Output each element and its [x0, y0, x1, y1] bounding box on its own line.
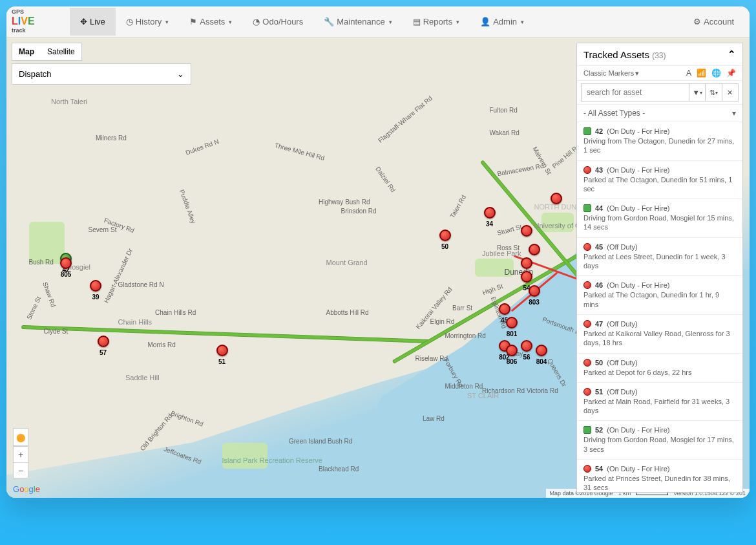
road-label: Green Island Bush Rd: [289, 438, 352, 445]
nav-admin[interactable]: 👤Admin▾: [470, 8, 534, 36]
status-dot-icon: [583, 243, 591, 251]
streetview-pegman[interactable]: ⬤: [13, 428, 28, 446]
nav-reports[interactable]: ▤Reports▾: [403, 8, 470, 36]
map-marker[interactable]: [506, 317, 518, 328]
map-marker[interactable]: [98, 336, 109, 347]
signal-icon[interactable]: 📶: [697, 69, 706, 78]
map-type-toggle: Map Satellite: [12, 43, 82, 61]
nav-account[interactable]: ⚙Account: [683, 8, 744, 36]
asset-id: 50: [595, 359, 603, 367]
marker-label: 57: [100, 349, 107, 356]
asset-id: 52: [595, 426, 603, 434]
asset-status: (Off Duty): [607, 243, 637, 251]
caret-icon: ▾: [732, 109, 736, 118]
panel-header[interactable]: Tracked Assets (33) ⌃: [577, 43, 742, 66]
marker-label: 39: [92, 294, 99, 301]
asset-id: 45: [595, 243, 603, 251]
park: [222, 443, 268, 469]
gear-icon: ⚙: [693, 17, 701, 27]
map-marker[interactable]: [60, 257, 72, 269]
asset-list[interactable]: 42(On Duty - For Hire)Driving from The O…: [577, 122, 742, 492]
asset-type-select[interactable]: - All Asset Types - ▾: [577, 105, 742, 122]
asset-status: (On Duty - For Hire): [607, 204, 669, 212]
marker-label: 34: [486, 220, 493, 228]
map-marker[interactable]: [521, 257, 532, 269]
marker-label: 806: [507, 358, 518, 365]
road-label: Ross St: [497, 244, 520, 251]
nav-assets[interactable]: ⚑Assets▾: [179, 8, 242, 36]
map-btn[interactable]: Map: [12, 43, 41, 60]
asset-status: (On Duty - For Hire): [607, 127, 669, 135]
nav-items: ✥Live ◷History▾ ⚑Assets▾ ◔Odo/Hours 🔧Mai…: [70, 8, 683, 36]
filter-button[interactable]: ▼▾: [689, 83, 706, 102]
asset-item[interactable]: 50(Off Duty)Parked at Depot for 6 days, …: [577, 354, 742, 383]
asset-id: 43: [595, 166, 603, 174]
road-label: Richardson Rd: [482, 387, 525, 394]
map-marker[interactable]: [499, 303, 510, 315]
park: [29, 222, 65, 264]
map-place: Island Park Recreation Reserve: [222, 456, 322, 464]
asset-detail: Driving from Gordon Road, Mosgiel for 15…: [583, 213, 736, 232]
road-icon[interactable]: A: [686, 69, 691, 78]
logo: GPS LIVE track: [12, 9, 70, 35]
marker-label: 805: [61, 271, 72, 278]
asset-item[interactable]: 47(Off Duty)Parked at Kaikorai Valley Ro…: [577, 315, 742, 354]
road-label: Gladstone Rd N: [118, 281, 164, 288]
map-marker[interactable]: [506, 345, 518, 356]
asset-item[interactable]: 54(On Duty - For Hire)Parked at Princes …: [577, 460, 742, 492]
road-label: Barr St: [452, 305, 472, 312]
panel-title: Tracked Assets: [583, 49, 649, 60]
markers-mode-select[interactable]: Classic Markers▾: [583, 69, 639, 78]
asset-detail: Parked at Lees Street, Dunedin for 1 wee…: [583, 252, 736, 271]
asset-status: (Off Duty): [607, 359, 637, 367]
status-dot-icon: [583, 388, 591, 396]
zoom-in-button[interactable]: +: [14, 447, 28, 462]
map-marker[interactable]: [521, 225, 532, 237]
map-place: North Taieri: [51, 98, 87, 105]
road-label: Milners Rd: [96, 134, 127, 142]
zoom-out-button[interactable]: −: [14, 462, 28, 478]
asset-item[interactable]: 46(On Duty - For Hire)Parked at The Octa…: [577, 276, 742, 315]
asset-item[interactable]: 43(On Duty - For Hire)Parked at The Octa…: [577, 161, 742, 200]
map-marker[interactable]: [484, 207, 496, 219]
asset-detail: Parked at Depot for 6 days, 22 hrs: [583, 368, 736, 377]
nav-maintenance[interactable]: 🔧Maintenance▾: [313, 8, 402, 36]
map-marker[interactable]: [536, 345, 547, 356]
map-marker[interactable]: [529, 244, 540, 255]
caret-icon: ▾: [229, 19, 232, 25]
map-marker[interactable]: [551, 193, 562, 204]
road-label: Abbotts Hill Rd: [326, 309, 369, 316]
asset-item[interactable]: 42(On Duty - For Hire)Driving from The O…: [577, 122, 742, 161]
asset-item[interactable]: 45(Off Duty)Parked at Lees Street, Duned…: [577, 238, 742, 277]
map-marker[interactable]: [521, 340, 532, 352]
asset-detail: Parked at Kaikorai Valley Road, Glenross…: [583, 329, 736, 348]
globe-icon[interactable]: 🌐: [711, 69, 721, 78]
user-icon: 👤: [480, 17, 490, 27]
nav-live[interactable]: ✥Live: [70, 8, 116, 36]
satellite-btn[interactable]: Satellite: [41, 43, 81, 60]
wrench-icon: 🔧: [324, 17, 334, 27]
nav-odo[interactable]: ◔Odo/Hours: [242, 8, 313, 36]
map-marker[interactable]: [90, 280, 101, 292]
map-marker[interactable]: [439, 230, 451, 241]
dispatch-select[interactable]: Dispatch ⌄: [12, 63, 191, 85]
nav-history[interactable]: ◷History▾: [116, 8, 179, 36]
flag-icon: ⚑: [189, 17, 197, 27]
road-label: Clyde St: [44, 328, 68, 335]
asset-status: (On Duty - For Hire): [607, 166, 669, 174]
pin-icon[interactable]: 📌: [726, 69, 736, 78]
asset-id: 44: [595, 204, 603, 212]
map-marker[interactable]: [216, 345, 228, 356]
clear-button[interactable]: ✕: [722, 83, 739, 102]
map-marker[interactable]: [529, 285, 540, 297]
asset-item[interactable]: 51(Off Duty)Parked at Main Road, Fairfie…: [577, 383, 742, 422]
asset-status: (Off Duty): [607, 320, 637, 328]
map-marker[interactable]: [521, 271, 532, 283]
asset-item[interactable]: 44(On Duty - For Hire)Driving from Gordo…: [577, 199, 742, 238]
asset-status: (Off Duty): [607, 388, 637, 396]
search-input[interactable]: [581, 83, 689, 102]
sort-button[interactable]: ⇅▾: [706, 83, 722, 102]
asset-status: (On Duty - For Hire): [607, 426, 669, 434]
chevron-down-icon: ⌄: [177, 69, 184, 79]
asset-item[interactable]: 52(On Duty - For Hire)Driving from Gordo…: [577, 421, 742, 460]
